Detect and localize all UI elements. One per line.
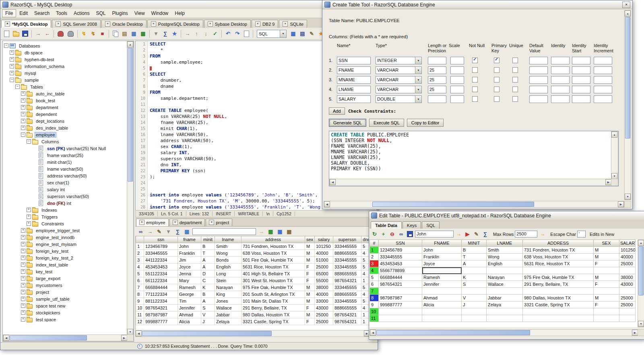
cell[interactable]: 40000 — [619, 254, 636, 260]
scroll-up-icon[interactable]: ▲ — [611, 132, 617, 138]
column-header[interactable]: SALARY — [619, 240, 636, 247]
edit-horizontal-scrollbar[interactable]: ◀ ▶ — [369, 329, 638, 336]
tree-item[interactable]: ssn (PK) varchar(25) Not Null — [3, 145, 127, 152]
cell[interactable]: 101250 — [315, 243, 333, 250]
cell[interactable]: 333445555 — [333, 284, 361, 291]
length-input[interactable]: 25 — [428, 86, 446, 93]
tab-close-icon[interactable]: ✕ — [283, 21, 288, 27]
cell[interactable]: 975 Fire Oak, Humble TX — [242, 284, 305, 291]
cell[interactable]: A — [201, 264, 215, 270]
tree-item[interactable]: +mycustomers — [3, 282, 127, 289]
column-header[interactable]: fname — [178, 236, 201, 243]
cell[interactable]: John — [178, 243, 201, 250]
cell[interactable]: 987654321 — [144, 305, 178, 312]
unique-checkbox[interactable] — [512, 77, 518, 83]
tree-item[interactable]: +db space — [3, 49, 127, 56]
table-row[interactable]: 1123456789JohnBSmith731 Fondren, Houston… — [136, 243, 371, 250]
primary-key-checkbox[interactable] — [494, 87, 500, 92]
not-null-checkbox[interactable] — [472, 77, 478, 83]
scroll-down-icon[interactable]: ▼ — [625, 194, 631, 200]
cell[interactable] — [422, 315, 462, 322]
cell[interactable]: 333445555 — [333, 264, 361, 270]
aggregate-icon[interactable]: ∑ — [161, 30, 169, 37]
table-contents-icon[interactable]: ▦ — [139, 30, 147, 37]
row-number[interactable]: 7 — [370, 288, 379, 295]
save-icon[interactable] — [21, 30, 29, 37]
tree-item[interactable]: fname varchar(25) — [3, 152, 127, 159]
table-row[interactable]: 10987654321JenniferSWallace291 Berry, Be… — [136, 305, 371, 312]
previous-statement-icon[interactable]: ↑ — [193, 30, 200, 37]
scroll-right-icon[interactable]: ▶ — [618, 201, 624, 207]
sql-mode-combo[interactable]: SQL▼ — [257, 30, 287, 38]
max-rows-input[interactable]: 2500 — [515, 231, 537, 237]
scroll-thumb[interactable] — [10, 335, 87, 341]
cell[interactable]: 333445555 — [379, 254, 422, 260]
column-header[interactable]: SEX — [594, 240, 619, 247]
tree-item[interactable]: +engine_test_innodb — [3, 234, 127, 241]
length-input[interactable] — [428, 95, 446, 103]
cell[interactable]: King — [215, 291, 242, 298]
tree-collapse-icon[interactable]: − — [10, 78, 14, 82]
cell[interactable]: 453453453 — [144, 264, 178, 270]
scroll-down-icon[interactable]: ▼ — [611, 173, 617, 179]
table-row[interactable]: 5666884444RameshKNarayan975 Fire Oak, Hu… — [370, 274, 636, 281]
tree-expand-icon[interactable]: + — [21, 317, 25, 322]
scroll-thumb[interactable] — [372, 202, 534, 207]
cell[interactable] — [619, 288, 636, 295]
tree-expand-icon[interactable]: + — [21, 91, 25, 96]
tree-item[interactable]: +key_test — [3, 268, 127, 275]
cell[interactable] — [487, 308, 523, 315]
tree-collapse-icon[interactable]: − — [15, 85, 20, 89]
cell[interactable]: Zelaya — [215, 318, 242, 325]
tree-expand-icon[interactable]: + — [27, 221, 31, 226]
row-number[interactable]: 10 — [370, 308, 379, 315]
table-row[interactable]: 1123456789JohnBSmith731 Fondren, Houston… — [370, 247, 636, 254]
title-bar[interactable]: Edit Table - PUBLIC.EMPLOYEE utf8_notepa… — [369, 211, 644, 220]
scroll-up-icon[interactable]: ▲ — [625, 10, 631, 17]
cell[interactable]: F — [305, 318, 315, 325]
connection-tab[interactable]: ✕*MySQL Desktop — [1, 20, 51, 28]
tree-item[interactable]: minit char(1) — [3, 159, 127, 165]
menu-sql[interactable]: SQL — [93, 9, 109, 17]
column-type-select[interactable]: DOUBLE▼ — [376, 95, 422, 103]
row-number[interactable]: 2 — [136, 250, 144, 257]
new-file-icon[interactable] — [3, 30, 10, 37]
cell[interactable]: Ramesh — [422, 274, 462, 281]
cell[interactable]: 25000 — [619, 260, 636, 267]
execute-all-icon[interactable]: ↯ — [89, 30, 97, 37]
column-header[interactable]: LNAME — [487, 240, 523, 247]
column-name-input[interactable]: SSN — [337, 57, 371, 64]
table-row[interactable]: 8771122334GeorgeBKing201 South St, Arlin… — [136, 291, 371, 298]
tree-expand-icon[interactable]: + — [21, 119, 25, 123]
table-row[interactable]: 6661122334MaryCStein301 West St. Houston… — [136, 277, 371, 284]
cell[interactable] — [619, 315, 636, 322]
add-column-button[interactable]: Add — [329, 107, 345, 115]
cell[interactable]: 33000 — [315, 298, 333, 305]
scroll-left-icon[interactable]: ◀ — [324, 201, 330, 207]
combo-arrow-icon[interactable]: ▼ — [280, 30, 286, 37]
table-row[interactable]: 5551122334JennaDLong401 High St, Bellair… — [136, 270, 371, 277]
filter-icon[interactable]: ▼ — [165, 228, 172, 235]
cell[interactable]: Narayan — [215, 284, 242, 291]
column-header[interactable]: lname — [215, 236, 242, 243]
identity-input[interactable] — [551, 76, 570, 84]
cell[interactable]: 638 Voss, Houston TX — [523, 254, 594, 260]
tree-item[interactable]: +test space — [3, 316, 127, 323]
cell[interactable]: V — [462, 295, 487, 301]
cell[interactable] — [379, 288, 422, 295]
identity-increment-input[interactable] — [594, 57, 612, 64]
cell[interactable]: Franklin — [178, 250, 201, 257]
table-row[interactable]: 9999887777AliciaJZelaya3321 Castle, Spri… — [370, 301, 636, 308]
scale-input[interactable] — [450, 86, 464, 93]
results-horizontal-scrollbar[interactable]: ◀ ▶ — [135, 330, 370, 337]
cell[interactable]: Jennifer — [422, 281, 462, 288]
cell[interactable]: 501 Fire Oak, Humble TX — [242, 257, 305, 264]
row-number[interactable]: 12 — [136, 318, 144, 325]
cell[interactable]: 333445555 — [333, 257, 361, 264]
menu-tools[interactable]: Tools — [53, 9, 70, 17]
default-value-input[interactable] — [529, 66, 548, 74]
table-row[interactable]: 10 — [370, 308, 636, 315]
cell[interactable]: 987987987 — [379, 295, 422, 301]
column-type-select[interactable]: VARCHAR▼ — [376, 86, 422, 93]
cell[interactable]: F — [594, 281, 619, 288]
